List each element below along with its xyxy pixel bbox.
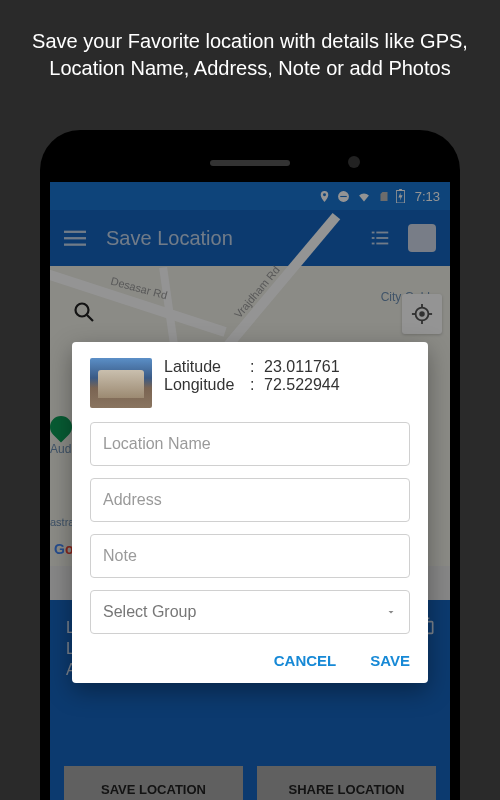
- promo-text: Save your Favorite location with details…: [0, 0, 500, 100]
- longitude-label: Longitude: [164, 376, 244, 394]
- group-select[interactable]: Select Group: [90, 590, 410, 634]
- phone-inner: 7:13 Save Location Desasar Rd: [50, 140, 450, 800]
- coordinates-section: Latitude : 23.011761 Longitude : 72.5229…: [90, 358, 410, 408]
- phone-frame: 7:13 Save Location Desasar Rd: [40, 130, 460, 800]
- latitude-value: 23.011761: [264, 358, 340, 376]
- phone-speaker: [210, 160, 290, 166]
- chevron-down-icon: [385, 606, 397, 618]
- note-input[interactable]: [90, 534, 410, 578]
- screen: 7:13 Save Location Desasar Rd: [50, 182, 450, 800]
- location-thumbnail[interactable]: [90, 358, 152, 408]
- phone-camera: [348, 156, 360, 168]
- latitude-label: Latitude: [164, 358, 244, 376]
- save-location-dialog: Latitude : 23.011761 Longitude : 72.5229…: [72, 342, 428, 683]
- save-button[interactable]: SAVE: [370, 652, 410, 669]
- group-select-label: Select Group: [103, 603, 196, 621]
- longitude-value: 72.522944: [264, 376, 340, 394]
- cancel-button[interactable]: CANCEL: [274, 652, 337, 669]
- location-name-input[interactable]: [90, 422, 410, 466]
- address-input[interactable]: [90, 478, 410, 522]
